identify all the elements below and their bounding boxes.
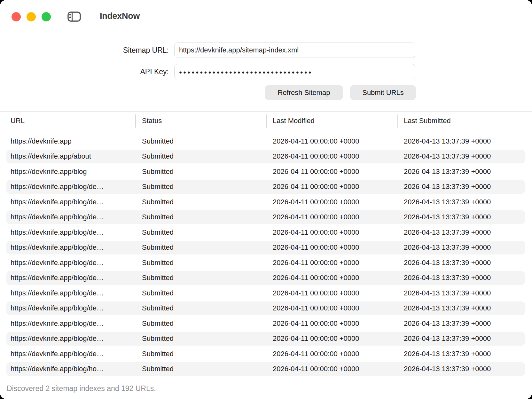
- sitemap-url-label: Sitemap URL:: [0, 46, 169, 55]
- cell-url: https://devknife.app/blog/de…: [11, 240, 132, 255]
- title-bar: IndexNow: [0, 0, 532, 32]
- cell-last-modified: 2026-04-11 00:00:00 +0000: [273, 286, 359, 301]
- cell-last-submitted: 2026-04-13 13:37:39 +0000: [404, 346, 491, 362]
- cell-url: https://devknife.app/blog/de…: [11, 301, 132, 316]
- cell-last-submitted: 2026-04-13 13:37:39 +0000: [404, 286, 491, 301]
- cell-last-modified: 2026-04-11 00:00:00 +0000: [273, 164, 359, 179]
- cell-status: Submitted: [142, 134, 174, 149]
- cell-status: Submitted: [142, 270, 174, 286]
- cell-url: https://devknife.app/blog/de…: [11, 194, 132, 210]
- cell-last-modified: 2026-04-11 00:00:00 +0000: [273, 194, 359, 210]
- cell-last-modified: 2026-04-11 00:00:00 +0000: [273, 255, 359, 270]
- table-row[interactable]: https://devknife.app/blog/de… Submitted …: [0, 240, 532, 255]
- zoom-button[interactable]: [42, 12, 51, 21]
- column-separator: [397, 114, 398, 128]
- submit-urls-button[interactable]: Submit URLs: [350, 85, 416, 100]
- sidebar-toggle-icon[interactable]: [67, 12, 81, 22]
- table-row[interactable]: https://devknife.app/blog/de… Submitted …: [0, 210, 532, 225]
- cell-last-modified: 2026-04-11 00:00:00 +0000: [273, 240, 359, 255]
- refresh-sitemap-button[interactable]: Refresh Sitemap: [265, 85, 343, 100]
- api-key-masked-value: ●●●●●●●●●●●●●●●●●●●●●●●●●●●●●●●●: [179, 70, 313, 74]
- cell-status: Submitted: [142, 225, 174, 240]
- status-bar: Discovered 2 sitemap indexes and 192 URL…: [0, 378, 532, 399]
- table-row[interactable]: https://devknife.app/blog/de… Submitted …: [0, 286, 532, 301]
- window-title: IndexNow: [100, 0, 140, 32]
- cell-url: https://devknife.app/blog/de…: [11, 255, 132, 270]
- sitemap-url-input[interactable]: [174, 43, 415, 58]
- table-row[interactable]: https://devknife.app/blog/de… Submitted …: [0, 255, 532, 270]
- cell-url: https://devknife.app: [11, 134, 132, 149]
- minimize-button[interactable]: [27, 12, 36, 21]
- column-separator: [266, 114, 267, 128]
- table-row[interactable]: https://devknife.app/blog/de… Submitted …: [0, 346, 532, 362]
- cell-url: https://devknife.app/blog/de…: [11, 286, 132, 301]
- table-header: URL Status Last Modified Last Submitted: [0, 111, 532, 130]
- cell-last-submitted: 2026-04-13 13:37:39 +0000: [404, 255, 491, 270]
- cell-last-submitted: 2026-04-13 13:37:39 +0000: [404, 134, 491, 149]
- api-key-input[interactable]: ●●●●●●●●●●●●●●●●●●●●●●●●●●●●●●●●: [174, 64, 415, 79]
- cell-url: https://devknife.app/blog/ho…: [11, 362, 132, 377]
- cell-status: Submitted: [142, 286, 174, 301]
- cell-last-submitted: 2026-04-13 13:37:39 +0000: [404, 362, 491, 377]
- cell-last-modified: 2026-04-11 00:00:00 +0000: [273, 316, 359, 331]
- cell-status: Submitted: [142, 210, 174, 225]
- cell-last-modified: 2026-04-11 00:00:00 +0000: [273, 301, 359, 316]
- status-message: Discovered 2 sitemap indexes and 192 URL…: [7, 384, 156, 393]
- cell-status: Submitted: [142, 301, 174, 316]
- cell-last-modified: 2026-04-11 00:00:00 +0000: [273, 331, 359, 347]
- cell-url: https://devknife.app/blog/de…: [11, 179, 132, 195]
- cell-last-modified: 2026-04-11 00:00:00 +0000: [273, 225, 359, 240]
- cell-last-modified: 2026-04-11 00:00:00 +0000: [273, 149, 359, 164]
- table-row[interactable]: https://devknife.app Submitted 2026-04-1…: [0, 134, 532, 149]
- cell-last-submitted: 2026-04-13 13:37:39 +0000: [404, 210, 491, 225]
- table-row[interactable]: https://devknife.app/blog/ho… Submitted …: [0, 362, 532, 377]
- cell-last-submitted: 2026-04-13 13:37:39 +0000: [404, 149, 491, 164]
- cell-status: Submitted: [142, 255, 174, 270]
- cell-url: https://devknife.app/blog/de…: [11, 316, 132, 331]
- api-key-label: API Key:: [0, 67, 169, 76]
- cell-status: Submitted: [142, 346, 174, 362]
- column-header-status[interactable]: Status: [142, 112, 162, 130]
- table-row[interactable]: https://devknife.app/blog/de… Submitted …: [0, 179, 532, 195]
- cell-url: https://devknife.app/blog/de…: [11, 346, 132, 362]
- cell-last-submitted: 2026-04-13 13:37:39 +0000: [404, 301, 491, 316]
- cell-last-submitted: 2026-04-13 13:37:39 +0000: [404, 331, 491, 347]
- table-row[interactable]: https://devknife.app/blog/de… Submitted …: [0, 301, 532, 316]
- cell-url: https://devknife.app/about: [11, 149, 132, 164]
- column-header-last-modified[interactable]: Last Modified: [273, 112, 315, 130]
- column-header-last-submitted[interactable]: Last Submitted: [404, 112, 451, 130]
- cell-url: https://devknife.app/blog/de…: [11, 270, 132, 286]
- cell-last-submitted: 2026-04-13 13:37:39 +0000: [404, 270, 491, 286]
- cell-last-modified: 2026-04-11 00:00:00 +0000: [273, 210, 359, 225]
- indexnow-window: IndexNow Sitemap URL: API Key: ●●●●●●●●●…: [0, 0, 532, 399]
- cell-last-submitted: 2026-04-13 13:37:39 +0000: [404, 316, 491, 331]
- cell-last-modified: 2026-04-11 00:00:00 +0000: [273, 346, 359, 362]
- cell-status: Submitted: [142, 240, 174, 255]
- cell-url: https://devknife.app/blog: [11, 164, 132, 179]
- cell-last-submitted: 2026-04-13 13:37:39 +0000: [404, 194, 491, 210]
- cell-status: Submitted: [142, 331, 174, 347]
- column-header-url[interactable]: URL: [11, 112, 25, 130]
- cell-url: https://devknife.app/blog/de…: [11, 210, 132, 225]
- table-row[interactable]: https://devknife.app/blog Submitted 2026…: [0, 164, 532, 179]
- table-row[interactable]: https://devknife.app/blog/de… Submitted …: [0, 331, 532, 347]
- cell-last-modified: 2026-04-11 00:00:00 +0000: [273, 134, 359, 149]
- cell-url: https://devknife.app/blog/de…: [11, 225, 132, 240]
- cell-status: Submitted: [142, 316, 174, 331]
- close-button[interactable]: [12, 12, 21, 21]
- url-table-body: https://devknife.app Submitted 2026-04-1…: [0, 130, 532, 378]
- cell-last-submitted: 2026-04-13 13:37:39 +0000: [404, 164, 491, 179]
- cell-last-submitted: 2026-04-13 13:37:39 +0000: [404, 179, 491, 195]
- cell-status: Submitted: [142, 179, 174, 195]
- cell-status: Submitted: [142, 362, 174, 377]
- cell-status: Submitted: [142, 164, 174, 179]
- table-row[interactable]: https://devknife.app/about Submitted 202…: [0, 149, 532, 164]
- cell-last-submitted: 2026-04-13 13:37:39 +0000: [404, 225, 491, 240]
- table-row[interactable]: https://devknife.app/blog/de… Submitted …: [0, 225, 532, 240]
- column-separator: [135, 114, 136, 128]
- table-row[interactable]: https://devknife.app/blog/de… Submitted …: [0, 316, 532, 331]
- table-row[interactable]: https://devknife.app/blog/de… Submitted …: [0, 270, 532, 286]
- cell-status: Submitted: [142, 149, 174, 164]
- table-row[interactable]: https://devknife.app/blog/de… Submitted …: [0, 194, 532, 210]
- cell-url: https://devknife.app/blog/de…: [11, 331, 132, 347]
